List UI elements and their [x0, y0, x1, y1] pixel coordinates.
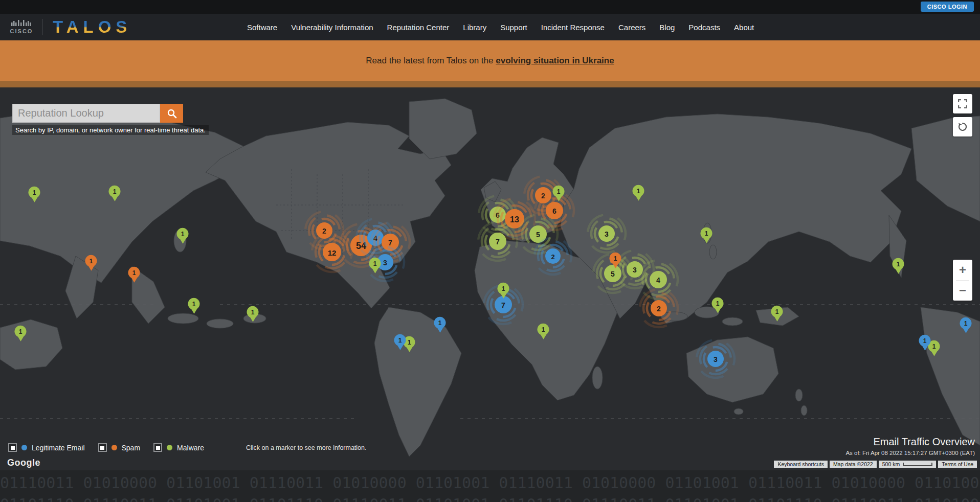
- reputation-lookup-input[interactable]: [12, 104, 160, 123]
- rotate-ccw-icon: [957, 122, 968, 132]
- map-marker-pin-spam[interactable]: 1: [128, 267, 140, 283]
- nav-item-incident-response[interactable]: Incident Response: [541, 23, 605, 32]
- svg-text:2: 2: [657, 305, 661, 313]
- map-marker-pin-malware[interactable]: 1: [712, 298, 724, 313]
- map-marker-pin-malware[interactable]: 1: [15, 326, 27, 341]
- malware-checkbox[interactable]: [153, 443, 162, 452]
- map-attribution: Keyboard shortcuts Map data ©2022 500 km…: [774, 461, 977, 468]
- map-marker-pin-malware[interactable]: 1: [633, 185, 644, 201]
- legend-malware[interactable]: Malware: [153, 443, 204, 452]
- nav-item-podcasts[interactable]: Podcasts: [688, 23, 720, 32]
- map-marker-cluster-legit[interactable]: 2: [533, 236, 573, 278]
- map-marker-pin-malware[interactable]: 1: [109, 186, 121, 201]
- top-bar: CISCO LOGIN: [0, 0, 980, 14]
- map-marker-pin-legit[interactable]: 1: [919, 335, 931, 351]
- binary-line-1: 01110011 01010000 01101001 01110011 0101…: [0, 472, 980, 494]
- reset-view-button[interactable]: [953, 117, 972, 136]
- legend-label: Spam: [122, 444, 141, 452]
- banner-bottom-strip: [0, 81, 980, 87]
- legend-label: Legitimate Email: [32, 444, 85, 452]
- binary-line-2: 01101110 01110011 01101001 01101110 0111…: [0, 494, 980, 502]
- map-marker-cluster-malware[interactable]: 7: [477, 220, 519, 264]
- legend-legitimate-email[interactable]: Legitimate Email: [8, 443, 85, 452]
- reputation-search-button[interactable]: [160, 104, 183, 123]
- binary-footer: 01110011 01010000 01101001 01110011 0101…: [0, 470, 980, 502]
- map-marker-pin-malware[interactable]: 1: [771, 306, 783, 322]
- fullscreen-icon: [958, 99, 967, 108]
- brand-divider: [42, 19, 42, 35]
- search-caption: Search by IP, domain, or network owner f…: [12, 125, 209, 135]
- zoom-out-button[interactable]: −: [953, 281, 972, 301]
- svg-text:7: 7: [501, 301, 505, 309]
- map-marker-pin-malware[interactable]: 1: [29, 187, 40, 202]
- banner-text-prefix: Read the latest from Talos on the: [366, 56, 496, 65]
- nav-item-blog[interactable]: Blog: [659, 23, 675, 32]
- talos-logo[interactable]: TALOS: [53, 17, 131, 37]
- svg-text:3: 3: [633, 266, 637, 274]
- map-data-label: Map data ©2022: [830, 461, 877, 468]
- cisco-bars-icon: [11, 20, 32, 28]
- legend-spam[interactable]: Spam: [98, 443, 141, 452]
- map-marker-pin-malware[interactable]: 1: [498, 283, 509, 299]
- email-traffic-overview: Email Traffic Overview As of: Fri Apr 08…: [845, 436, 975, 456]
- cisco-login-button[interactable]: CISCO LOGIN: [921, 2, 974, 12]
- scale-label: 500 km: [882, 461, 900, 467]
- overview-title: Email Traffic Overview: [845, 436, 975, 448]
- map-marker-pin-legit[interactable]: 1: [960, 317, 972, 333]
- site-header: CISCO TALOS Software Vulnerability Infor…: [0, 14, 980, 40]
- map-marker-pin-malware[interactable]: 1: [177, 228, 189, 244]
- nav-item-about[interactable]: About: [734, 23, 754, 32]
- reputation-lookup-widget: Search by IP, domain, or network owner f…: [12, 104, 209, 135]
- map-marker-pin-spam[interactable]: 1: [610, 253, 621, 268]
- svg-text:6: 6: [552, 207, 556, 215]
- ukraine-situation-link[interactable]: evolving situation in Ukraine: [496, 56, 614, 65]
- map-marker-pin-legit[interactable]: 1: [434, 317, 446, 333]
- fullscreen-button[interactable]: [953, 94, 972, 113]
- map-marker-cluster-legit[interactable]: 3: [695, 338, 736, 381]
- legend-label: Malware: [177, 444, 204, 452]
- cisco-wordmark: CISCO: [10, 28, 33, 34]
- map-marker-pin-malware[interactable]: 1: [247, 306, 259, 322]
- search-icon: [167, 108, 177, 119]
- terms-of-use-link[interactable]: Terms of Use: [938, 461, 977, 468]
- keyboard-shortcuts-link[interactable]: Keyboard shortcuts: [774, 461, 827, 468]
- svg-text:7: 7: [496, 238, 500, 246]
- spam-dot: [112, 445, 117, 450]
- ukraine-banner: Read the latest from Talos on the evolvi…: [0, 40, 980, 81]
- svg-text:12: 12: [328, 248, 337, 257]
- marker-hint-text: Click on a marker to see more informatio…: [246, 444, 367, 451]
- map-marker-pin-legit[interactable]: 1: [394, 334, 406, 350]
- spam-checkbox[interactable]: [98, 443, 107, 452]
- svg-text:3: 3: [714, 355, 718, 363]
- scale-bar: [903, 463, 932, 466]
- nav-item-library[interactable]: Library: [463, 23, 486, 32]
- map-marker-pin-malware[interactable]: 1: [553, 186, 565, 201]
- malware-dot: [167, 445, 172, 450]
- map-marker-cluster-spam[interactable]: 2: [638, 288, 679, 331]
- svg-text:2: 2: [551, 253, 554, 261]
- zoom-in-button[interactable]: +: [953, 260, 972, 280]
- traffic-legend: Legitimate Email Spam Malware Click on a…: [8, 443, 367, 452]
- map-marker-pin-spam[interactable]: 1: [85, 255, 97, 271]
- banner-text: Read the latest from Talos on the evolvi…: [366, 56, 614, 66]
- map-marker-pin-malware[interactable]: 1: [369, 258, 381, 273]
- legit-email-checkbox[interactable]: [8, 443, 17, 452]
- map-marker-pin-malware[interactable]: 1: [188, 298, 200, 314]
- svg-text:3: 3: [383, 259, 387, 267]
- nav-item-software[interactable]: Software: [247, 23, 277, 32]
- map-scale: 500 km: [879, 461, 936, 468]
- talos-intelligence-page: CISCO LOGIN CISCO TALOS: [0, 0, 980, 502]
- nav-item-support[interactable]: Support: [500, 23, 527, 32]
- zoom-control: + −: [953, 260, 972, 301]
- map-marker-pin-malware[interactable]: 1: [893, 258, 904, 274]
- nav-item-reputation-center[interactable]: Reputation Center: [387, 23, 450, 32]
- nav-item-careers[interactable]: Careers: [618, 23, 645, 32]
- threat-map[interactable]: 2 12 54 4 7 3 6 13: [0, 87, 980, 470]
- cisco-logo[interactable]: CISCO: [8, 20, 35, 34]
- map-marker-pin-malware[interactable]: 1: [701, 227, 712, 243]
- svg-text:4: 4: [656, 276, 660, 284]
- google-logo: Google: [7, 458, 40, 468]
- map-marker-pin-malware[interactable]: 1: [538, 324, 549, 339]
- nav-item-vulnerability-information[interactable]: Vulnerability Information: [291, 23, 373, 32]
- main-nav: Software Vulnerability Information Reput…: [247, 14, 754, 40]
